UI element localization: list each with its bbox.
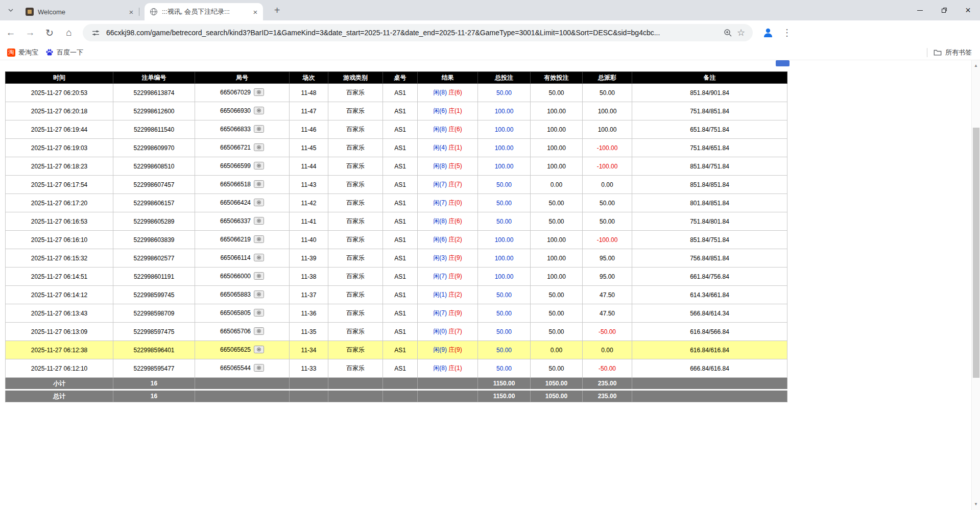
- bet-records-table: 时间注单编号局号场次游戏类别桌号结果总投注有效投注总派彩备注 2025-11-2…: [5, 71, 787, 402]
- cell-round-id: 665066337: [195, 212, 290, 231]
- back-button[interactable]: ←: [2, 24, 19, 41]
- bookmark-taobao[interactable]: 淘 爱淘宝: [7, 48, 38, 57]
- all-bookmarks-button[interactable]: 所有书签: [934, 48, 972, 57]
- round-id: 665066518: [220, 181, 251, 188]
- cell-total-bet[interactable]: 100.00: [478, 102, 531, 120]
- cell-game-type: 百家乐: [328, 120, 383, 139]
- cell-time: 2025-11-27 06:20:18: [6, 102, 113, 120]
- cell-result: 闲(7)庄(0): [418, 194, 478, 212]
- cell-payout: 50.00: [583, 194, 632, 212]
- cell-total-bet[interactable]: 100.00: [478, 139, 531, 157]
- video-replay-icon[interactable]: [254, 88, 264, 98]
- cell-round-id: 665065805: [195, 304, 290, 323]
- cell-total-bet[interactable]: 50.00: [478, 323, 531, 341]
- cell-result: 闲(6)庄(1): [418, 102, 478, 120]
- video-replay-icon[interactable]: [254, 290, 264, 300]
- close-window-button[interactable]: ×: [956, 0, 980, 20]
- cell-total-bet[interactable]: 100.00: [478, 120, 531, 139]
- cell-round-id: 665066518: [195, 176, 290, 194]
- video-replay-icon[interactable]: [254, 143, 264, 153]
- bookmarks-divider: [927, 48, 927, 57]
- scrollbar-thumb[interactable]: [973, 128, 979, 378]
- home-button[interactable]: ⌂: [60, 24, 78, 41]
- video-replay-icon[interactable]: [254, 107, 264, 116]
- cell-total-bet[interactable]: 50.00: [478, 304, 531, 323]
- cell-time: 2025-11-27 06:16:10: [6, 231, 113, 249]
- bookmark-star-icon[interactable]: ☆: [734, 27, 748, 39]
- cell-valid-bet: 100.00: [531, 157, 583, 176]
- cell-total-bet[interactable]: 50.00: [478, 212, 531, 231]
- cell-time: 2025-11-27 06:13:09: [6, 323, 113, 341]
- cell-table-no: AS1: [383, 84, 418, 102]
- tab-close-icon[interactable]: ×: [251, 7, 260, 16]
- reload-button[interactable]: ↻: [41, 24, 58, 41]
- tab-close-icon[interactable]: ×: [127, 7, 136, 16]
- cell-game-type: 百家乐: [328, 359, 383, 378]
- partial-blue-button[interactable]: [776, 60, 790, 66]
- table-row: 2025-11-27 06:19:44 522998611540 6650668…: [6, 120, 787, 139]
- cell-total-bet[interactable]: 50.00: [478, 84, 531, 102]
- profile-avatar-icon[interactable]: [760, 25, 776, 41]
- address-bar[interactable]: 66cxkj98.com/game/betrecord_search/kind3…: [83, 24, 753, 41]
- summary-cell: [328, 378, 383, 390]
- cell-total-bet[interactable]: 100.00: [478, 231, 531, 249]
- cell-total-bet[interactable]: 50.00: [478, 341, 531, 359]
- scroll-down-icon[interactable]: ▼: [972, 500, 980, 508]
- video-replay-icon[interactable]: [254, 364, 264, 373]
- url-text[interactable]: 66cxkj98.com/game/betrecord_search/kind3…: [106, 29, 721, 37]
- video-replay-icon[interactable]: [254, 254, 264, 263]
- cell-total-bet[interactable]: 100.00: [478, 157, 531, 176]
- video-replay-icon[interactable]: [254, 125, 264, 134]
- result-player: 闲(8): [433, 126, 447, 133]
- page-scrollbar[interactable]: ▲ ▼: [971, 60, 980, 510]
- cell-result: 闲(8)庄(6): [418, 84, 478, 102]
- site-info-icon[interactable]: [89, 27, 102, 39]
- forward-button[interactable]: →: [21, 24, 39, 41]
- video-replay-icon[interactable]: [254, 235, 264, 245]
- cell-result: 闲(8)庄(5): [418, 157, 478, 176]
- video-replay-icon[interactable]: [254, 327, 264, 336]
- result-player: 闲(7): [433, 273, 447, 280]
- cell-remark: 751.84/651.84: [632, 139, 787, 157]
- new-tab-button[interactable]: +: [271, 4, 283, 17]
- zoom-icon[interactable]: [721, 27, 734, 39]
- cell-total-bet[interactable]: 50.00: [478, 194, 531, 212]
- video-replay-icon[interactable]: [254, 272, 264, 281]
- cell-total-bet[interactable]: 50.00: [478, 359, 531, 378]
- bookmark-baidu[interactable]: 百度一下: [45, 48, 83, 57]
- cell-bet-id: 522998602577: [113, 249, 195, 268]
- browser-menu-icon[interactable]: ⋮: [779, 25, 795, 40]
- cell-round-id: 665065883: [195, 286, 290, 304]
- tab-search-button[interactable]: [4, 4, 17, 17]
- summary-row: 小计161150.001050.00235.00: [6, 378, 787, 390]
- cell-total-bet[interactable]: 50.00: [478, 286, 531, 304]
- cell-total-bet[interactable]: 100.00: [478, 268, 531, 286]
- bookmarks-bar: 淘 爱淘宝 百度一下 所有书签: [0, 45, 980, 60]
- restore-button[interactable]: [932, 0, 956, 20]
- table-row: 2025-11-27 06:12:10 522998595477 6650655…: [6, 359, 787, 378]
- tab-welcome[interactable]: Welcome ×: [20, 3, 139, 20]
- cell-valid-bet: 100.00: [531, 249, 583, 268]
- chevron-down-icon: [8, 7, 14, 13]
- video-replay-icon[interactable]: [254, 162, 264, 171]
- cell-total-bet[interactable]: 50.00: [478, 176, 531, 194]
- video-replay-icon[interactable]: [254, 217, 264, 226]
- tab-title: Welcome: [38, 8, 127, 16]
- cell-total-bet[interactable]: 100.00: [478, 249, 531, 268]
- scroll-up-icon[interactable]: ▲: [972, 62, 980, 70]
- cell-result: 闲(8)庄(1): [418, 359, 478, 378]
- cell-valid-bet: 100.00: [531, 268, 583, 286]
- table-row: 2025-11-27 06:19:03 522998609970 6650667…: [6, 139, 787, 157]
- result-banker: 庄(0): [448, 199, 462, 206]
- video-replay-icon[interactable]: [254, 346, 264, 355]
- video-replay-icon[interactable]: [254, 309, 264, 318]
- cell-session: 11-34: [290, 341, 328, 359]
- table-row: 2025-11-27 06:12:38 522998596401 6650656…: [6, 341, 787, 359]
- cell-bet-id: 522998597475: [113, 323, 195, 341]
- minimize-button[interactable]: [908, 0, 932, 20]
- cell-bet-id: 522998603839: [113, 231, 195, 249]
- tab-bet-records[interactable]: :::视讯, 会员下注纪录::: ×: [145, 3, 263, 20]
- video-replay-icon[interactable]: [254, 199, 264, 208]
- video-replay-icon[interactable]: [254, 180, 264, 189]
- cell-table-no: AS1: [383, 120, 418, 139]
